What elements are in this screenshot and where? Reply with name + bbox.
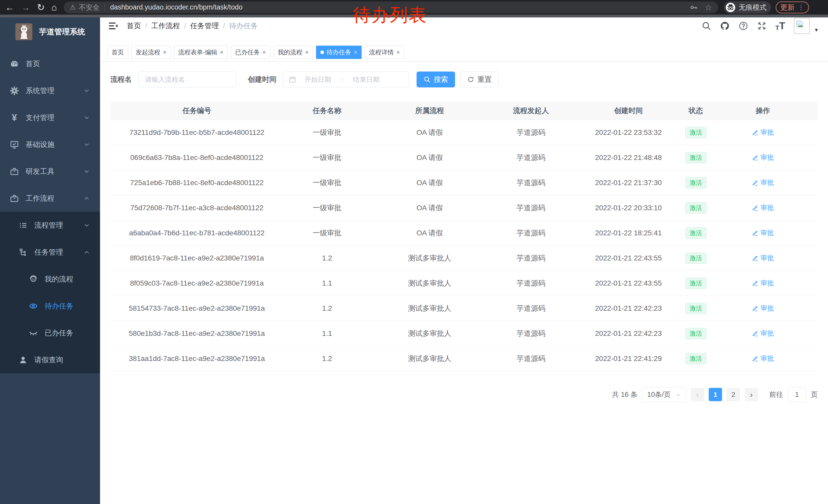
github-icon[interactable] — [720, 21, 730, 31]
incognito-icon — [726, 2, 736, 12]
breadcrumb-item-首页[interactable]: 首页 — [127, 21, 141, 31]
help-icon[interactable] — [739, 21, 748, 31]
page-size-select[interactable]: 10条/页 — [642, 387, 686, 402]
tab-label: 发起流程 — [136, 48, 160, 56]
search-button-label: 搜索 — [434, 75, 448, 84]
sidebar-item-我的流程[interactable]: 我的流程 — [0, 266, 100, 292]
sidebar-item-任务管理[interactable]: 任务管理 — [0, 239, 100, 266]
sidebar-item-基础设施[interactable]: 基础设施 — [0, 131, 100, 158]
goto-label: 前往 — [769, 390, 783, 399]
cell-id: 73211d9d-7b9b-11ec-b5b7-acde48001122 — [110, 129, 283, 137]
cell-process: 测试多审批人 — [371, 278, 489, 288]
fullscreen-icon[interactable] — [757, 21, 767, 31]
search-icon[interactable] — [702, 21, 711, 31]
close-icon[interactable]: × — [396, 49, 400, 55]
start-date-input[interactable] — [296, 76, 339, 84]
close-icon[interactable]: × — [354, 49, 357, 55]
approve-link[interactable]: 审批 — [752, 228, 774, 237]
tab-流程详情[interactable]: 流程详情× — [365, 46, 404, 59]
font-size-icon[interactable]: TT — [776, 20, 785, 32]
sidebar-item-label: 已办任务 — [45, 328, 73, 338]
page-button-2[interactable]: 2 — [727, 388, 740, 401]
table-body: 73211d9d-7b9b-11ec-b5b7-acde48001122一级审批… — [110, 120, 818, 371]
avatar-caret-icon[interactable]: ▾ — [815, 27, 818, 33]
sidebar-item-工作流程[interactable]: 工作流程 — [0, 185, 100, 212]
sidebar-item-研发工具[interactable]: 研发工具 — [0, 158, 100, 185]
search-button[interactable]: 搜索 — [417, 72, 455, 87]
sidebar-item-label: 我的流程 — [45, 274, 73, 284]
sidebar-item-已办任务[interactable]: 已办任务 — [0, 319, 100, 346]
cell-created: 2022-01-21 22:43:55 — [573, 254, 684, 262]
goto-page-input[interactable] — [788, 387, 806, 402]
cell-initiator: 芋道源码 — [489, 304, 573, 313]
browser-back-icon[interactable]: ← — [5, 3, 14, 12]
tab-流程表单-编辑[interactable]: 流程表单-编辑× — [174, 46, 228, 59]
browser-menu-icon[interactable]: ⋮ — [798, 3, 804, 11]
approve-link[interactable]: 审批 — [752, 178, 774, 187]
sidebar-item-首页[interactable]: 首页 — [0, 50, 100, 77]
pagination-total: 共 16 条 — [612, 390, 637, 399]
column-header-流程发起人: 流程发起人 — [489, 106, 573, 116]
close-icon[interactable]: × — [262, 49, 266, 55]
breadcrumb-item-工作流程[interactable]: 工作流程 — [151, 21, 180, 31]
sidebar-item-支付管理[interactable]: ¥支付管理 — [0, 104, 100, 131]
chevron-down-icon — [83, 141, 90, 148]
approve-link[interactable]: 审批 — [752, 279, 774, 288]
approve-link[interactable]: 审批 — [752, 203, 774, 212]
page-button-1[interactable]: 1 — [709, 388, 722, 401]
password-key-icon[interactable] — [690, 3, 698, 11]
tab-待办任务[interactable]: 待办任务× — [316, 46, 362, 59]
cell-created: 2022-01-22 23:53:32 — [573, 129, 684, 137]
cell-created: 2022-01-21 22:42:23 — [573, 329, 684, 338]
browser-update-button[interactable]: 更新 ⋮ — [776, 2, 809, 13]
breadcrumb-item-任务管理[interactable]: 任务管理 — [190, 21, 219, 31]
close-icon[interactable]: × — [163, 49, 166, 55]
cell-process: OA 请假 — [371, 153, 489, 163]
task-table: 任务编号任务名称所属流程流程发起人创建时间状态操作 73211d9d-7b9b-… — [110, 102, 818, 371]
approve-link[interactable]: 审批 — [752, 153, 774, 162]
hamburger-icon[interactable] — [108, 20, 119, 31]
sidebar-item-请假查询[interactable]: 请假查询 — [0, 346, 100, 373]
sidebar-item-系统管理[interactable]: 系统管理 — [0, 77, 100, 104]
browser-home-icon[interactable]: ⌂ — [51, 3, 57, 12]
cell-id: 725a1eb6-7b88-11ec-8ef0-acde48001122 — [110, 179, 283, 187]
page-buttons: 12 — [709, 388, 740, 401]
dashboard-icon — [10, 59, 19, 68]
status-badge: 激活 — [686, 278, 706, 289]
cell-id: 58154733-7ac8-11ec-a9e2-a2380e71991a — [110, 304, 283, 313]
reset-button[interactable]: 重置 — [460, 72, 499, 87]
approve-link[interactable]: 审批 — [752, 354, 774, 363]
app-logo — [15, 23, 32, 40]
table-row: a6aba0a4-7b6d-11ec-b781-acde48001122一级审批… — [110, 220, 818, 245]
app-logo-row[interactable]: 芋道管理系统 — [0, 17, 100, 46]
tab-我的流程[interactable]: 我的流程× — [274, 46, 313, 59]
close-icon[interactable]: × — [220, 49, 223, 55]
approve-link[interactable]: 审批 — [752, 128, 774, 137]
browser-forward-icon[interactable]: → — [21, 3, 30, 12]
prev-page-button[interactable]: ‹ — [691, 388, 704, 401]
sidebar-item-流程管理[interactable]: 流程管理 — [0, 212, 100, 239]
end-date-input[interactable] — [345, 76, 388, 84]
cell-initiator: 芋道源码 — [489, 228, 573, 238]
approve-link[interactable]: 审批 — [752, 254, 774, 263]
cell-id: 75d72608-7b7f-11ec-a3c8-acde48001122 — [110, 204, 283, 212]
monitor-icon — [10, 140, 19, 149]
approve-link[interactable]: 审批 — [752, 304, 774, 313]
cell-initiator: 芋道源码 — [489, 153, 573, 163]
browser-reload-icon[interactable]: ↻ — [37, 3, 45, 12]
process-name-input[interactable] — [138, 72, 236, 87]
tab-首页[interactable]: 首页 — [107, 46, 128, 59]
tab-已办任务[interactable]: 已办任务× — [231, 46, 271, 59]
sidebar-item-待办任务[interactable]: 待办任务 — [0, 292, 100, 319]
tab-发起流程[interactable]: 发起流程× — [131, 46, 171, 59]
url-text: dashboard.yudao.iocoder.cn/bpm/task/todo — [110, 3, 242, 11]
date-range-picker[interactable]: - — [283, 72, 409, 87]
next-page-button[interactable]: › — [745, 388, 758, 401]
bookmark-star-icon[interactable]: ☆ — [705, 3, 712, 12]
sidebar-item-label: 工作流程 — [26, 193, 54, 203]
cell-process: 测试多审批人 — [371, 329, 489, 338]
approve-link[interactable]: 审批 — [752, 329, 774, 338]
avatar[interactable] — [794, 18, 810, 34]
cell-name: 一级审批 — [283, 203, 371, 213]
close-icon[interactable]: × — [305, 49, 308, 55]
